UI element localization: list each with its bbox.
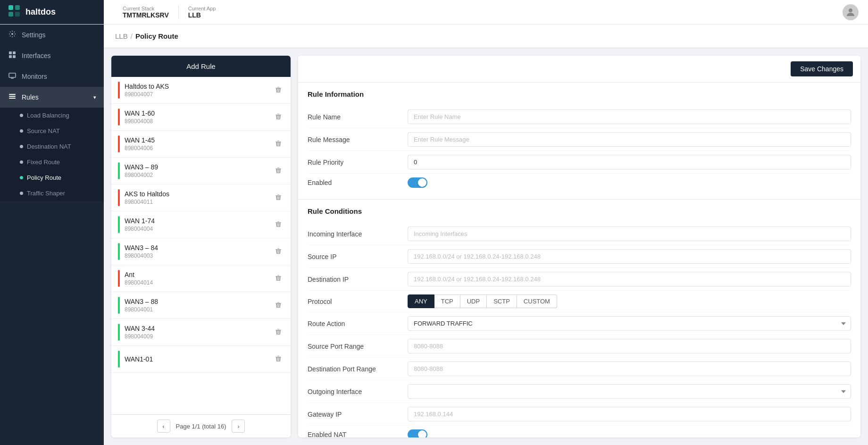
rule-name-input[interactable] [408,109,851,124]
delete-rule-button[interactable] [273,111,284,124]
gateway-ip-row: Gateway IP [308,403,851,426]
protocol-button-sctp[interactable]: SCTP [487,294,517,308]
delete-rule-button[interactable] [273,326,284,339]
source-port-row: Source Port Range [308,335,851,358]
enabled-nat-toggle[interactable] [408,429,427,437]
rule-name: WAN 1-45 [125,136,268,144]
svg-rect-2 [8,12,13,17]
delete-rule-button[interactable] [273,245,284,258]
list-item[interactable]: WAN3 – 89 898004002 [111,158,291,185]
svg-rect-8 [9,55,12,58]
enabled-toggle[interactable] [408,177,427,188]
toggle-nat-track[interactable] [408,429,427,437]
sidebar-item-destination-nat[interactable]: Destination NAT [0,139,104,154]
rule-information-section: Rule Information Rule Name Rule Message … [298,83,860,199]
enabled-nat-label: Enabled NAT [308,431,402,437]
sidebar-item-fixed-route[interactable]: Fixed Route [0,154,104,170]
incoming-interface-row: Incoming Interface [308,223,851,245]
toggle-nat-knob [418,430,426,437]
source-port-label: Source Port Range [308,343,402,350]
rule-id: 898004004 [125,226,268,232]
list-item[interactable]: WAN3 – 88 898004001 [111,292,291,319]
list-item[interactable]: WAN1-01 [111,346,291,373]
prev-page-button[interactable]: ‹ [157,420,170,433]
destination-ip-label: Destination IP [308,276,402,283]
toggle-track[interactable] [408,177,427,188]
toggle-knob [418,178,426,187]
svg-point-5 [11,33,13,35]
gateway-ip-input[interactable] [408,407,851,421]
avatar[interactable] [843,4,859,20]
destination-ip-input[interactable] [408,272,851,286]
list-item[interactable]: WAN 1-74 898004004 [111,211,291,238]
protocol-button-udp[interactable]: UDP [460,294,487,308]
delete-rule-button[interactable] [273,353,284,366]
sidebar-label-interfaces: Interfaces [22,52,50,59]
svg-rect-6 [9,51,12,54]
delete-rule-button[interactable] [273,138,284,151]
destination-port-row: Destination Port Range [308,358,851,380]
breadcrumb-link[interactable]: LLB [115,32,128,40]
list-item[interactable]: WAN 1-45 898004006 [111,131,291,158]
save-changes-button[interactable]: Save Changes [791,61,853,76]
source-ip-input[interactable] [408,249,851,264]
sidebar-item-source-nat[interactable]: Source NAT [0,123,104,139]
next-page-button[interactable]: › [232,420,245,433]
sidebar-item-settings[interactable]: Settings [0,25,104,45]
rule-message-row: Rule Message [308,128,851,151]
protocol-button-tcp[interactable]: TCP [434,294,460,308]
dot-icon [20,114,23,117]
list-item[interactable]: WAN 1-60 898004008 [111,104,291,131]
add-rule-button[interactable]: Add Rule [111,56,291,77]
page-info: Page 1/1 (total 16) [176,423,226,430]
delete-rule-button[interactable] [273,272,284,285]
logo-text: haltdos [25,7,56,17]
delete-rule-button[interactable] [273,192,284,204]
rules-icon [8,92,17,102]
rule-priority-input[interactable] [408,155,851,169]
rule-id: 898004009 [125,333,268,340]
delete-rule-button[interactable] [273,84,284,97]
destination-port-label: Destination Port Range [308,365,402,373]
rule-name-label: Rule Name [308,113,402,121]
sidebar-submenu: Load Balancing Source NAT Destination NA… [0,108,104,201]
incoming-interface-input[interactable] [408,227,851,241]
list-item[interactable]: WAN 3-44 898004009 [111,319,291,346]
list-item[interactable]: Haltdos to AKS 898004007 [111,77,291,104]
route-action-select[interactable]: FORWARD TRAFFICDROPACCEPT [408,316,851,331]
sidebar-item-interfaces[interactable]: Interfaces [0,45,104,66]
sidebar-item-policy-route[interactable]: Policy Route [0,170,104,185]
sidebar-item-traffic-shaper[interactable]: Traffic Shaper [0,185,104,201]
sidebar-label-monitors: Monitors [22,73,47,80]
delete-rule-button[interactable] [273,165,284,177]
rule-status-indicator [118,189,120,206]
rule-info: Ant 898004014 [125,271,268,286]
rule-conditions-section: Rule Conditions Incoming Interface Sourc… [298,200,860,437]
sidebar-label-settings: Settings [22,31,46,39]
sidebar-item-monitors[interactable]: Monitors [0,66,104,87]
dot-icon [20,129,23,133]
destination-port-input[interactable] [408,361,851,376]
sub-label-policy-route: Policy Route [27,174,61,181]
list-item[interactable]: Ant 898004014 [111,265,291,292]
svg-point-4 [849,8,852,12]
rule-conditions-title: Rule Conditions [308,207,851,215]
protocol-button-any[interactable]: ANY [408,294,434,308]
rule-status-indicator [118,216,120,233]
protocol-button-custom[interactable]: CUSTOM [517,294,557,308]
rule-message-input[interactable] [408,132,851,147]
svg-rect-9 [13,55,16,58]
delete-rule-button[interactable] [273,299,284,312]
list-item[interactable]: WAN3 – 84 898004003 [111,238,291,265]
list-item[interactable]: AKS to Haltdos 898004011 [111,185,291,211]
sidebar-item-rules[interactable]: Rules ▾ [0,87,104,108]
chevron-down-icon: ▾ [93,94,96,101]
sidebar-item-load-balancing[interactable]: Load Balancing [0,108,104,123]
rule-info: AKS to Haltdos 898004011 [125,190,268,205]
main-layout: Settings Interfaces Monitors [0,25,868,445]
source-port-input[interactable] [408,339,851,353]
outgoing-interface-select[interactable] [408,384,851,399]
delete-rule-button[interactable] [273,218,284,231]
logo-area: haltdos [0,0,104,24]
rule-info: WAN 3-44 898004009 [125,325,268,340]
